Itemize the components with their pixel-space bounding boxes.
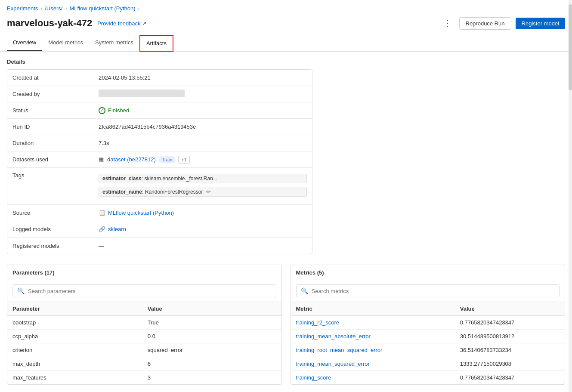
breadcrumb-sep-1: › bbox=[40, 6, 42, 12]
breadcrumb-notebook[interactable]: MLflow quickstart (Python) bbox=[69, 5, 135, 12]
external-link-icon: ↗ bbox=[142, 20, 147, 27]
details-row-registered-models: Registered models — bbox=[7, 238, 312, 254]
source-label: MLflow quickstart (Python) bbox=[108, 210, 174, 216]
details-row-run-id: Run ID 2fca8627ad414315b4c7936a4319453e bbox=[7, 119, 312, 135]
status-check-icon: ✓ bbox=[99, 107, 105, 114]
model-icon: 🔗 bbox=[99, 226, 105, 232]
details-row-created-at: Created at 2024-02-05 13:55:21 bbox=[7, 70, 312, 86]
tab-model-metrics[interactable]: Model metrics bbox=[42, 35, 89, 51]
table-row: criterionsquared_error bbox=[7, 343, 281, 357]
tag-estimator-class: estimator_class: sklearn.ensemble._fores… bbox=[99, 174, 307, 183]
more-button[interactable]: ⋮ bbox=[440, 17, 455, 30]
value-created-by bbox=[93, 86, 312, 102]
param-name: max_depth bbox=[7, 357, 142, 371]
metrics-section: Metrics (5) 🔍 Metric Value training_r2_s… bbox=[291, 265, 566, 385]
params-metrics-section: Parameters (17) 🔍 Parameter Value bootst… bbox=[7, 265, 565, 385]
table-row: training_r2_score0.7765820347428347 bbox=[291, 316, 565, 330]
metric-link[interactable]: training_root_mean_squared_error bbox=[296, 347, 383, 353]
metric-col-header: Metric bbox=[291, 302, 455, 316]
page-header: marvelous-yak-472 Provide feedback ↗ ⋮ R… bbox=[0, 15, 572, 35]
tab-system-metrics[interactable]: System metrics bbox=[89, 35, 139, 51]
param-value: 6 bbox=[142, 357, 281, 371]
metric-name[interactable]: training_mean_squared_error bbox=[291, 357, 455, 371]
metric-name[interactable]: training_mean_absolute_error bbox=[291, 330, 455, 343]
scrollbar[interactable] bbox=[569, 0, 572, 392]
label-logged-models: Logged models bbox=[7, 222, 93, 236]
metrics-panel: Metrics (5) 🔍 Metric Value training_r2_s… bbox=[291, 265, 566, 385]
search-metrics-input[interactable] bbox=[312, 288, 555, 294]
metric-link[interactable]: training_score bbox=[296, 374, 331, 381]
metrics-search-box[interactable]: 🔍 bbox=[296, 284, 560, 297]
parameters-search-box[interactable]: 🔍 bbox=[12, 284, 276, 297]
value-duration: 7.3s bbox=[93, 136, 312, 150]
breadcrumb-sep-3: › bbox=[138, 6, 140, 12]
details-row-datasets: Datasets used ▦ dataset (be227812) Train… bbox=[7, 151, 312, 168]
register-model-button[interactable]: Register model bbox=[516, 18, 565, 29]
value-registered-models: — bbox=[93, 239, 312, 253]
param-name: criterion bbox=[7, 343, 142, 357]
metric-value: 0.7765820347428347 bbox=[455, 371, 565, 385]
details-table: Created at 2024-02-05 13:55:21 Created b… bbox=[7, 69, 312, 254]
metric-value: 0.7765820347428347 bbox=[455, 316, 565, 330]
metric-name[interactable]: training_root_mean_squared_error bbox=[291, 343, 455, 357]
run-name: marvelous-yak-472 bbox=[7, 18, 92, 29]
notebook-icon: 📋 bbox=[99, 210, 105, 216]
table-row: training_score0.7765820347428347 bbox=[291, 371, 565, 385]
metric-value: 36.51406783733234 bbox=[455, 343, 565, 357]
breadcrumb-sep-2: › bbox=[65, 6, 67, 12]
tab-artifacts[interactable]: Artifacts bbox=[139, 35, 173, 52]
model-label: sklearn bbox=[108, 226, 126, 232]
database-icon: ▦ bbox=[99, 156, 104, 163]
details-row-source: Source 📋 MLflow quickstart (Python) bbox=[7, 205, 312, 221]
table-row: training_mean_absolute_error30.514489500… bbox=[291, 330, 565, 343]
value-created-at: 2024-02-05 13:55:21 bbox=[93, 71, 312, 84]
details-row-tags: Tags estimator_class: sklearn.ensemble._… bbox=[7, 168, 312, 205]
redacted-user bbox=[99, 90, 185, 97]
value-logged-models: 🔗 sklearn bbox=[93, 222, 312, 236]
label-registered-models: Registered models bbox=[7, 239, 93, 253]
feedback-link[interactable]: Provide feedback ↗ bbox=[97, 20, 146, 27]
search-parameters-input[interactable] bbox=[28, 288, 272, 294]
metric-link[interactable]: training_mean_absolute_error bbox=[296, 333, 371, 340]
scrollbar-thumb[interactable] bbox=[569, 4, 572, 90]
details-row-created-by: Created by bbox=[7, 86, 312, 102]
details-row-logged-models: Logged models 🔗 sklearn bbox=[7, 221, 312, 238]
table-row: max_features3 bbox=[7, 371, 281, 385]
metric-name[interactable]: training_r2_score bbox=[291, 316, 455, 330]
table-row: max_depth6 bbox=[7, 357, 281, 371]
tag-edit-icon[interactable]: ✏ bbox=[206, 188, 211, 195]
label-datasets: Datasets used bbox=[7, 153, 93, 166]
dataset-link[interactable]: dataset (be227812) bbox=[107, 156, 156, 163]
tag-estimator-name: estimator_name: RandomForestRegressor ✏ bbox=[99, 187, 307, 197]
label-source: Source bbox=[7, 206, 93, 219]
feedback-label: Provide feedback bbox=[97, 20, 140, 27]
details-row-duration: Duration 7.3s bbox=[7, 135, 312, 151]
param-value: squared_error bbox=[142, 343, 281, 357]
logged-model-link[interactable]: 🔗 sklearn bbox=[99, 226, 307, 232]
breadcrumb-users[interactable]: /Users/ bbox=[45, 5, 62, 12]
tag-key-1: estimator_class: sklearn.ensemble._fores… bbox=[102, 176, 217, 182]
breadcrumb-experiments[interactable]: Experiments bbox=[7, 5, 38, 12]
parameters-table: Parameter Value bootstrapTrueccp_alpha0.… bbox=[7, 302, 281, 384]
param-name: ccp_alpha bbox=[7, 330, 142, 343]
value-datasets: ▦ dataset (be227812) Train +1 bbox=[93, 152, 312, 167]
source-link[interactable]: 📋 MLflow quickstart (Python) bbox=[99, 210, 307, 216]
tab-overview[interactable]: Overview bbox=[7, 35, 42, 51]
header-left: marvelous-yak-472 Provide feedback ↗ bbox=[7, 18, 147, 29]
metrics-title: Metrics (5) bbox=[291, 265, 565, 280]
parameters-panel: Parameters (17) 🔍 Parameter Value bootst… bbox=[7, 265, 282, 385]
reproduce-run-button[interactable]: Reproduce Run bbox=[459, 17, 511, 30]
param-col-header: Parameter bbox=[7, 302, 142, 316]
metric-name[interactable]: training_score bbox=[291, 371, 455, 385]
tags-container: estimator_class: sklearn.ensemble._fores… bbox=[99, 171, 307, 201]
param-name: max_features bbox=[7, 371, 142, 385]
dataset-plus-badge[interactable]: +1 bbox=[178, 156, 190, 164]
breadcrumb: Experiments › /Users/ › MLflow quickstar… bbox=[0, 0, 572, 15]
metric-link[interactable]: training_mean_squared_error bbox=[296, 361, 370, 367]
value-run-id: 2fca8627ad414315b4c7936a4319453e bbox=[93, 120, 312, 133]
metric-link[interactable]: training_r2_score bbox=[296, 319, 339, 326]
main-content: Details Created at 2024-02-05 13:55:21 C… bbox=[0, 52, 572, 392]
table-row: ccp_alpha0.0 bbox=[7, 330, 281, 343]
header-right: ⋮ Reproduce Run Register model bbox=[440, 17, 566, 30]
param-value: 0.0 bbox=[142, 330, 281, 343]
